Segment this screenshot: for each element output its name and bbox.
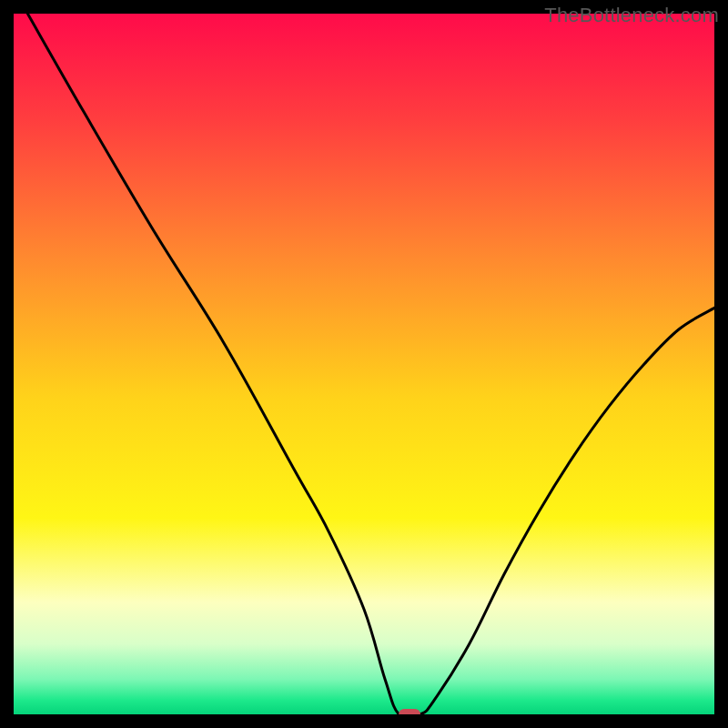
plot-area xyxy=(14,14,714,714)
optimum-marker xyxy=(399,709,420,714)
chart-container: TheBottleneck.com xyxy=(0,0,728,728)
bottleneck-chart xyxy=(14,14,714,714)
watermark-text: TheBottleneck.com xyxy=(544,4,719,27)
